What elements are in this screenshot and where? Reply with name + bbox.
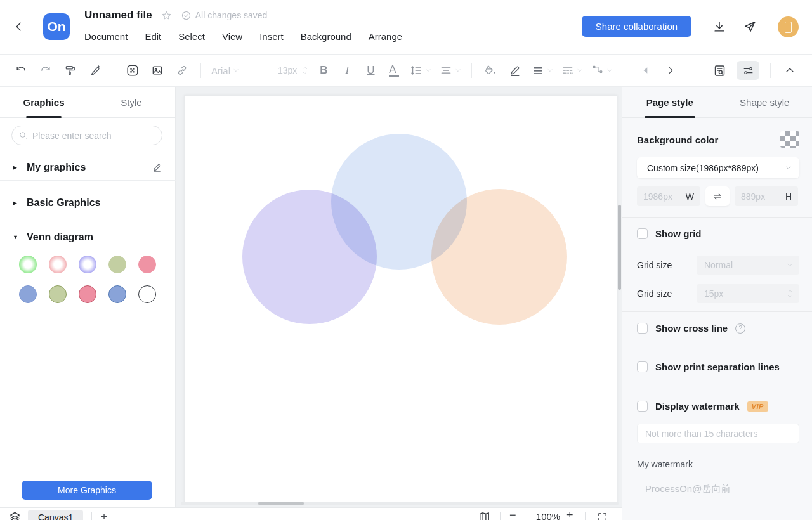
chevron-down-icon (787, 262, 793, 268)
bold-button[interactable]: B (316, 62, 331, 79)
swap-dimensions-button[interactable] (705, 186, 730, 206)
connector-style-select[interactable] (591, 64, 613, 77)
next-arrow-icon[interactable] (662, 62, 679, 79)
undo-icon[interactable] (13, 62, 29, 79)
show-print-label: Show print separation lines (655, 361, 780, 372)
menu-item-document[interactable]: Document (84, 31, 128, 42)
watermark-text-input[interactable] (637, 424, 799, 443)
graphics-search[interactable] (11, 126, 162, 145)
prev-arrow-icon[interactable] (638, 62, 654, 79)
canvas-area[interactable] (176, 87, 622, 507)
tab-style[interactable]: Style (88, 87, 175, 117)
zoom-level[interactable]: 100% (532, 511, 565, 520)
link-icon[interactable] (174, 62, 190, 79)
canvas-tab[interactable]: Canvas1 (28, 510, 83, 520)
line-height-select[interactable] (410, 64, 431, 77)
show-print-separation-checkbox[interactable] (637, 361, 648, 372)
add-canvas-button[interactable]: + (97, 510, 111, 520)
help-icon[interactable]: ? (735, 323, 745, 334)
grid-size-value-row: Grid size 15px (637, 284, 799, 303)
menu-item-select[interactable]: Select (178, 31, 205, 42)
venn-shape-swatch[interactable] (19, 256, 37, 273)
venn-shape-swatch[interactable] (49, 285, 67, 303)
tab-shape-style[interactable]: Shape style (717, 87, 812, 117)
page-size-dropdown[interactable]: Custom size(1986px*889px) (637, 157, 799, 178)
tab-page-style[interactable]: Page style (622, 87, 717, 117)
width-input[interactable] (643, 192, 681, 202)
venn-shape-swatch[interactable] (108, 256, 126, 273)
vertical-scrollbar[interactable] (618, 205, 621, 290)
download-icon[interactable] (711, 18, 728, 35)
section-my-graphics[interactable]: ▶ My graphics (0, 154, 176, 181)
page-size-value: Custom size(1986px*889px) (647, 163, 759, 173)
line-style-select[interactable] (561, 64, 583, 77)
font-color-button[interactable]: A (386, 62, 402, 79)
toolbar-divider (114, 63, 114, 78)
venn-shape-swatch[interactable] (49, 256, 67, 273)
menu-item-view[interactable]: View (222, 31, 242, 42)
edit-pencil-icon[interactable] (152, 162, 163, 173)
zoom-out-button[interactable]: − (509, 509, 516, 520)
tab-graphics[interactable]: Graphics (0, 87, 88, 117)
fullscreen-icon[interactable] (595, 510, 609, 520)
venn-circle[interactable] (431, 189, 567, 325)
canvas-page[interactable] (184, 95, 617, 502)
favorite-star-icon[interactable] (160, 10, 173, 22)
horizontal-scrollbar-track[interactable] (181, 502, 619, 505)
italic-button[interactable]: I (339, 62, 355, 79)
width-field[interactable]: W (637, 186, 700, 206)
menu-item-arrange[interactable]: Arrange (369, 31, 402, 42)
show-cross-line-checkbox[interactable] (637, 323, 648, 334)
section-basic-graphics[interactable]: ▶ Basic Graphics (0, 190, 176, 216)
insert-image-icon[interactable] (149, 62, 166, 79)
venn-shape-swatch[interactable] (138, 285, 156, 303)
minimap-icon[interactable] (477, 510, 491, 520)
grid-size-stepper[interactable]: 15px (697, 284, 799, 303)
back-icon[interactable] (11, 19, 27, 34)
menu-item-edit[interactable]: Edit (145, 31, 161, 42)
layers-icon[interactable] (8, 510, 22, 520)
fill-color-icon[interactable] (482, 62, 499, 79)
send-icon[interactable] (742, 18, 758, 35)
venn-shape-swatch[interactable] (19, 285, 37, 303)
display-watermark-checkbox[interactable] (637, 401, 648, 412)
venn-shape-swatch[interactable] (108, 285, 126, 303)
venn-shape-swatch[interactable] (138, 256, 156, 273)
pen-cutter-icon[interactable] (87, 62, 103, 79)
menu-item-background[interactable]: Background (301, 31, 351, 42)
more-graphics-button[interactable]: More Graphics (22, 481, 152, 500)
background-color-swatch[interactable] (780, 131, 799, 148)
section-venn-diagram[interactable]: ▼ Venn diagram (0, 224, 176, 250)
font-size-stepper[interactable] (302, 66, 308, 75)
height-field[interactable]: H (735, 186, 798, 206)
line-color-icon[interactable] (507, 62, 523, 79)
find-replace-icon[interactable] (711, 62, 728, 79)
grid-size-type-dropdown[interactable]: Normal (697, 256, 799, 275)
zoom-in-button[interactable]: + (566, 509, 573, 520)
chevron-down-icon (233, 67, 239, 74)
underline-button[interactable]: U (363, 62, 378, 79)
venn-shape-swatch[interactable] (79, 285, 96, 303)
stepper-icons[interactable] (787, 289, 793, 298)
line-width-select[interactable] (532, 64, 553, 77)
transparency-fill-icon[interactable] (124, 62, 141, 79)
search-input[interactable] (32, 131, 155, 141)
text-align-select[interactable] (440, 64, 461, 77)
height-input[interactable] (741, 192, 779, 202)
menu-item-insert[interactable]: Insert (259, 31, 284, 42)
venn-shape-swatch[interactable] (79, 256, 96, 273)
format-panel-toggle-icon[interactable] (737, 61, 759, 80)
show-grid-checkbox[interactable] (637, 228, 648, 239)
font-size-select[interactable]: 13px (278, 65, 308, 75)
share-collaboration-button[interactable]: Share collaboration (582, 16, 691, 37)
collapse-toolbar-icon[interactable] (782, 62, 798, 79)
save-status-text: All changes saved (195, 10, 268, 20)
format-painter-icon[interactable] (62, 62, 79, 79)
chevron-down-icon (425, 67, 431, 74)
app-logo[interactable]: On (43, 13, 70, 40)
redo-icon[interactable] (37, 62, 54, 79)
font-family-select[interactable]: Arial (211, 65, 270, 76)
horizontal-scrollbar-thumb[interactable] (258, 502, 304, 505)
avatar[interactable] (778, 16, 799, 37)
right-sidebar: Page style Shape style Background color … (622, 87, 812, 520)
